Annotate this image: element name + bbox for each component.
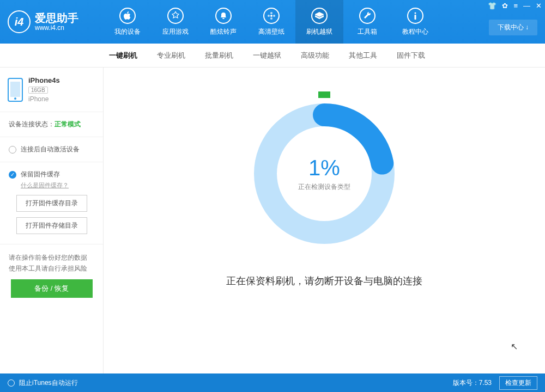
- nav-label: 高清壁纸: [258, 27, 284, 36]
- appstore-icon: [167, 8, 184, 24]
- status-bar: 阻止iTunes自动运行 版本号：7.53 检查更新: [0, 373, 545, 392]
- wrench-icon: [359, 8, 376, 24]
- flower-icon: [263, 8, 280, 24]
- sub-tabs: 一键刷机 专业刷机 批量刷机 一键越狱 高级功能 其他工具 固件下载: [0, 44, 545, 68]
- nav-my-device[interactable]: 我的设备: [104, 0, 152, 44]
- keep-cache-label: 保留固件缓存: [21, 170, 60, 179]
- check-update-button[interactable]: 检查更新: [499, 376, 537, 390]
- version-text: 版本号：7.53: [453, 378, 492, 388]
- settings-icon[interactable]: ✿: [502, 2, 508, 10]
- status-value: 正常模式: [55, 120, 81, 128]
- what-is-cache-link[interactable]: 什么是固件缓存？: [21, 181, 94, 189]
- apple-icon: [119, 8, 136, 24]
- nav-ringtones[interactable]: 酷炫铃声: [199, 0, 247, 44]
- download-center-button[interactable]: 下载中心 ↓: [489, 20, 537, 35]
- svg-point-3: [268, 15, 270, 17]
- progress-center: 1% 正在检测设备类型: [251, 100, 398, 247]
- warning-line1: 请在操作前备份好您的数据: [9, 252, 94, 263]
- progress-donut: 1% 正在检测设备类型: [251, 100, 398, 247]
- logo-area: i4 爱思助手 www.i4.cn: [0, 10, 104, 33]
- nav-toolbox[interactable]: 工具箱: [343, 0, 391, 44]
- warning-text: 请在操作前备份好您的数据 使用本工具请自行承担风险 备份 / 恢复: [0, 244, 103, 305]
- radio-unchecked-icon: [9, 146, 16, 154]
- progress-percent: 1%: [308, 156, 340, 180]
- auto-activate-row: 连接后自动激活设备: [0, 137, 103, 162]
- svg-rect-6: [415, 15, 416, 20]
- warning-line2: 使用本工具请自行承担风险: [9, 263, 94, 274]
- backup-restore-button[interactable]: 备份 / 恢复: [11, 279, 93, 298]
- tab-pro-flash[interactable]: 专业刷机: [157, 48, 185, 63]
- main-message: 正在保资料刷机，请勿断开设备与电脑的连接: [226, 274, 422, 287]
- radio-unchecked-icon: [8, 379, 15, 387]
- tab-firmware-download[interactable]: 固件下载: [397, 48, 425, 63]
- logo-icon: i4: [8, 10, 31, 33]
- footer-right: 版本号：7.53 检查更新: [453, 376, 537, 390]
- tab-batch-flash[interactable]: 批量刷机: [205, 48, 233, 63]
- body: iPhone4s 16GB iPhone 设备连接状态：正常模式 连接后自动激活…: [0, 68, 545, 373]
- tab-oneclick-flash[interactable]: 一键刷机: [109, 48, 137, 63]
- app-name: 爱思助手: [35, 12, 78, 24]
- nav-label: 我的设备: [114, 27, 141, 36]
- auto-activate-option[interactable]: 连接后自动激活设备: [9, 145, 94, 154]
- main-content: 1% 正在检测设备类型 正在保资料刷机，请勿断开设备与电脑的连接 ↖: [104, 68, 545, 373]
- block-itunes-option[interactable]: 阻止iTunes自动运行: [8, 378, 78, 388]
- svg-point-1: [270, 12, 272, 14]
- tab-oneclick-jailbreak[interactable]: 一键越狱: [253, 48, 281, 63]
- sidebar: iPhone4s 16GB iPhone 设备连接状态：正常模式 连接后自动激活…: [0, 68, 104, 373]
- cache-section: ✓ 保留固件缓存 什么是固件缓存？ 打开固件缓存目录 打开固件存储目录: [0, 162, 103, 244]
- skin-icon[interactable]: 👕: [488, 2, 496, 10]
- tab-other-tools[interactable]: 其他工具: [349, 48, 377, 63]
- device-info: iPhone4s 16GB iPhone: [28, 76, 60, 103]
- tab-advanced[interactable]: 高级功能: [301, 48, 329, 63]
- svg-point-2: [270, 17, 272, 20]
- nav-tutorials[interactable]: 教程中心: [391, 0, 439, 44]
- progress-tick-icon: [318, 91, 330, 98]
- menu-icon[interactable]: ≡: [513, 2, 518, 10]
- main-nav: 我的设备 应用游戏 酷炫铃声 高清壁纸 刷机越狱 工具箱 教程中心: [104, 0, 439, 44]
- device-name: iPhone4s: [28, 76, 60, 84]
- block-itunes-label: 阻止iTunes自动运行: [19, 378, 78, 388]
- device-type: iPhone: [28, 95, 60, 103]
- logo-text: 爱思助手 www.i4.cn: [35, 12, 78, 32]
- nav-flash-jailbreak[interactable]: 刷机越狱: [295, 0, 343, 44]
- checkbox-checked-icon: ✓: [9, 171, 16, 179]
- info-icon: [407, 8, 423, 24]
- box-icon: [311, 8, 328, 24]
- nav-label: 刷机越狱: [306, 27, 332, 36]
- nav-wallpapers[interactable]: 高清壁纸: [247, 0, 295, 44]
- cursor-icon: ↖: [511, 341, 518, 352]
- svg-point-4: [273, 15, 275, 17]
- nav-label: 工具箱: [358, 27, 377, 36]
- open-store-dir-button[interactable]: 打开固件存储目录: [16, 217, 87, 234]
- close-icon[interactable]: ✕: [536, 2, 542, 10]
- svg-point-0: [270, 15, 272, 17]
- keep-cache-option[interactable]: ✓ 保留固件缓存: [9, 170, 94, 179]
- minimize-icon[interactable]: —: [523, 2, 530, 10]
- app-url: www.i4.cn: [35, 24, 78, 32]
- nav-apps-games[interactable]: 应用游戏: [152, 0, 199, 44]
- nav-label: 应用游戏: [162, 27, 189, 36]
- device-capacity: 16GB: [28, 87, 48, 94]
- svg-point-5: [415, 12, 416, 14]
- auto-activate-label: 连接后自动激活设备: [21, 145, 80, 154]
- progress-detecting: 正在检测设备类型: [298, 182, 350, 192]
- window-controls: 👕 ✿ ≡ — ✕: [488, 2, 542, 10]
- nav-label: 酷炫铃声: [210, 27, 237, 36]
- app-header: i4 爱思助手 www.i4.cn 我的设备 应用游戏 酷炫铃声 高清壁纸 刷机…: [0, 0, 545, 44]
- connection-status-row: 设备连接状态：正常模式: [0, 112, 103, 137]
- device-block[interactable]: iPhone4s 16GB iPhone: [0, 68, 103, 112]
- status-label: 设备连接状态：: [9, 120, 55, 128]
- nav-label: 教程中心: [402, 27, 428, 36]
- open-cache-dir-button[interactable]: 打开固件缓存目录: [16, 195, 87, 212]
- bell-icon: [215, 8, 232, 24]
- phone-icon: [8, 78, 23, 102]
